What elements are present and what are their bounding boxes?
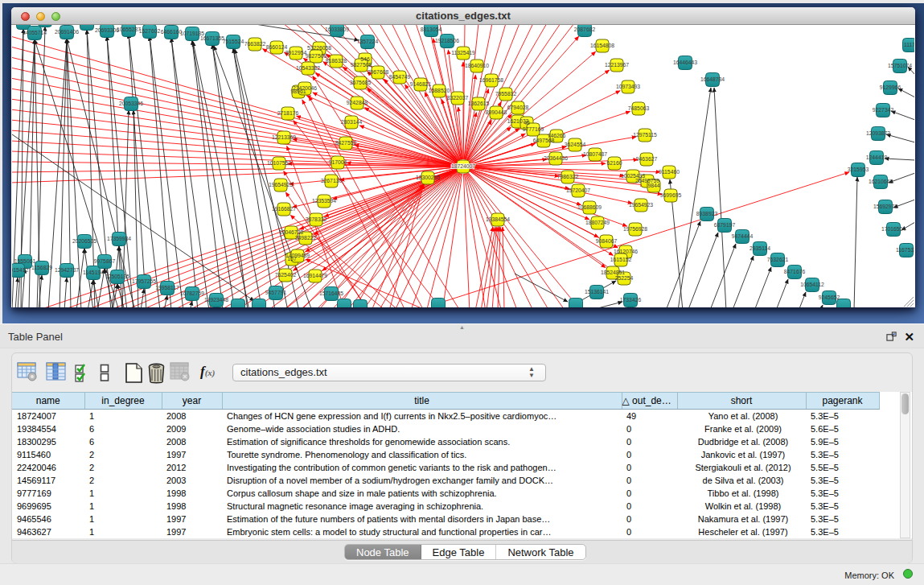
svg-text:546: 546 [360,56,370,62]
svg-text:8427552: 8427552 [335,140,357,146]
svg-text:18724007: 18724007 [451,163,475,169]
svg-text:8660124: 8660124 [266,44,288,50]
svg-text:15716485: 15716485 [319,290,343,296]
svg-text:9777169: 9777169 [523,126,544,132]
svg-text:16033809: 16033809 [325,27,349,32]
svg-text:18524851: 18524851 [601,270,625,275]
svg-text:3675685: 3675685 [350,80,372,85]
svg-text:9146821: 9146821 [410,81,432,87]
svg-text:9844: 9844 [647,183,659,188]
svg-text:8186328: 8186328 [326,58,347,64]
svg-text:10107552: 10107552 [267,160,291,166]
svg-text:10688609: 10688609 [577,204,602,210]
svg-text:23420046: 23420046 [293,85,317,91]
svg-text:10807487: 10807487 [583,151,607,157]
svg-text:14099489: 14099489 [285,253,310,258]
svg-text:3878332: 3878332 [306,216,327,222]
svg-text:20206535: 20206535 [72,238,97,244]
svg-text:18640910: 18640910 [465,63,489,68]
svg-text:19218506: 19218506 [435,38,459,43]
svg-text:3624554: 3624554 [565,142,586,147]
svg-text:1588520: 1588520 [429,88,450,93]
svg-text:1167533: 1167533 [896,247,914,253]
svg-text:15136141: 15136141 [585,289,609,295]
svg-text:16210643: 16210643 [869,179,893,184]
svg-text:15720407: 15720407 [566,187,590,193]
svg-text:8938923: 8938923 [696,211,718,216]
svg-text:252254: 252254 [615,275,634,281]
svg-text:1145194: 1145194 [83,270,104,275]
svg-text:16671355: 16671355 [200,35,224,41]
svg-text:9699695: 9699695 [660,192,682,198]
svg-text:10973493: 10973493 [616,84,640,89]
svg-text:12353594: 12353594 [312,198,336,204]
svg-text:19654923: 19654923 [629,202,653,208]
svg-text:9474444: 9474444 [732,233,754,239]
svg-text:12093872: 12093872 [866,130,890,136]
svg-text:8471676: 8471676 [784,269,806,274]
svg-text:19654925: 19654925 [269,182,293,187]
svg-text:16120746: 16120746 [614,249,638,254]
svg-text:2935114: 2935114 [749,245,770,251]
svg-text:15751074: 15751074 [888,63,912,68]
svg-text:3915412: 3915412 [12,267,28,273]
svg-text:9457791: 9457791 [265,290,287,295]
svg-text:9463627: 9463627 [636,156,658,162]
svg-text:53226058: 53226058 [307,45,331,51]
svg-text:16648784: 16648784 [700,76,725,82]
svg-text:1244419: 1244419 [866,154,888,160]
svg-text:20691406: 20691406 [55,29,79,35]
svg-text:8322037: 8322037 [447,95,469,101]
svg-text:19756928: 19756928 [623,226,647,232]
svg-text:6879197: 6879197 [714,222,736,228]
svg-text:24055714: 24055714 [23,30,47,35]
svg-text:12923448: 12923448 [204,297,228,303]
svg-text:9975867: 9975867 [94,258,116,264]
svg-text:3267130: 3267130 [321,178,343,183]
svg-text:2087682: 2087682 [574,27,596,32]
svg-text:17359934: 17359934 [107,236,131,241]
svg-text:2718176: 2718176 [277,110,299,116]
svg-text:7485063: 7485063 [628,105,650,111]
svg-text:20053346: 20053346 [119,101,143,106]
svg-text:9129966: 9129966 [880,84,901,90]
svg-text:17957255: 17957255 [132,278,156,284]
svg-text:7632621: 7632621 [767,257,789,262]
svg-text:19166827: 19166827 [272,206,296,212]
svg-text:11325419: 11325419 [451,50,475,56]
svg-text:12505135: 12505135 [105,274,129,279]
svg-text:17016504: 17016504 [881,226,906,232]
svg-text:7663822: 7663822 [244,41,266,47]
svg-text:10654112: 10654112 [800,282,824,287]
svg-text:19958117: 19958117 [155,285,179,290]
svg-text:1156829: 1156829 [31,265,52,270]
svg-text:45: 45 [524,120,530,126]
svg-text:20693306: 20693306 [95,27,119,33]
svg-text:12975115: 12975115 [633,132,657,138]
svg-text:9084067: 9084067 [596,238,618,244]
svg-text:6794028: 6794028 [507,105,529,110]
svg-text:6466160: 6466160 [161,29,183,35]
svg-text:18807249: 18807249 [585,220,610,225]
svg-text:1733426: 1733426 [620,297,642,303]
svg-text:3498222: 3498222 [295,235,317,241]
svg-text:62160: 62160 [607,160,622,166]
svg-text:917004: 917004 [329,159,347,165]
svg-text:7625402: 7625402 [275,272,297,278]
svg-text:18300295: 18300295 [416,175,440,180]
svg-text:16961758: 16961758 [479,77,503,83]
svg-text:8990448: 8990448 [486,109,507,115]
svg-text:9242848: 9242848 [347,100,368,105]
svg-text:16154808: 16154808 [590,43,614,48]
svg-text:3215953: 3215953 [848,167,869,172]
svg-text:1362615: 1362615 [468,101,490,106]
svg-text:1527602: 1527602 [139,28,161,34]
svg-text:10046738: 10046738 [279,229,303,235]
svg-text:9827509: 9827509 [306,53,327,59]
svg-text:15692971: 15692971 [873,204,897,209]
svg-text:6497568: 6497568 [533,138,555,143]
svg-text:2967608: 2967608 [368,69,389,75]
svg-text:12213967: 12213967 [605,62,629,68]
svg-text:20364436: 20364436 [544,155,568,161]
svg-text:1615152: 1615152 [610,257,632,262]
